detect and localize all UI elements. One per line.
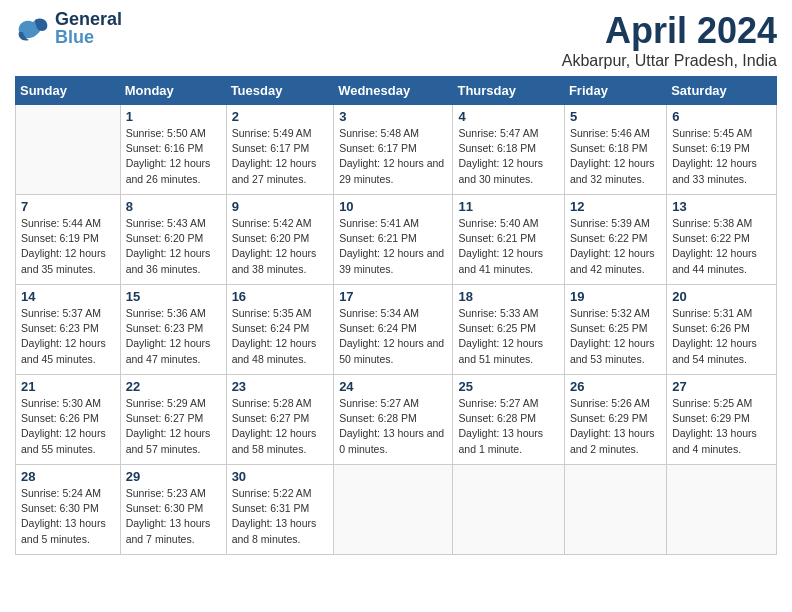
day-number: 12 bbox=[570, 199, 661, 214]
week-row-4: 28Sunrise: 5:24 AMSunset: 6:30 PMDayligh… bbox=[16, 465, 777, 555]
day-number: 26 bbox=[570, 379, 661, 394]
day-detail: Sunrise: 5:41 AMSunset: 6:21 PMDaylight:… bbox=[339, 216, 447, 277]
day-detail: Sunrise: 5:47 AMSunset: 6:18 PMDaylight:… bbox=[458, 126, 558, 187]
day-number: 17 bbox=[339, 289, 447, 304]
day-detail: Sunrise: 5:45 AMSunset: 6:19 PMDaylight:… bbox=[672, 126, 771, 187]
day-cell: 4Sunrise: 5:47 AMSunset: 6:18 PMDaylight… bbox=[453, 105, 564, 195]
day-detail: Sunrise: 5:46 AMSunset: 6:18 PMDaylight:… bbox=[570, 126, 661, 187]
day-number: 25 bbox=[458, 379, 558, 394]
day-number: 28 bbox=[21, 469, 115, 484]
day-cell: 21Sunrise: 5:30 AMSunset: 6:26 PMDayligh… bbox=[16, 375, 121, 465]
day-detail: Sunrise: 5:22 AMSunset: 6:31 PMDaylight:… bbox=[232, 486, 329, 547]
day-cell: 14Sunrise: 5:37 AMSunset: 6:23 PMDayligh… bbox=[16, 285, 121, 375]
day-detail: Sunrise: 5:27 AMSunset: 6:28 PMDaylight:… bbox=[339, 396, 447, 457]
day-number: 14 bbox=[21, 289, 115, 304]
day-number: 11 bbox=[458, 199, 558, 214]
day-number: 6 bbox=[672, 109, 771, 124]
day-cell: 8Sunrise: 5:43 AMSunset: 6:20 PMDaylight… bbox=[120, 195, 226, 285]
day-cell: 7Sunrise: 5:44 AMSunset: 6:19 PMDaylight… bbox=[16, 195, 121, 285]
day-cell: 28Sunrise: 5:24 AMSunset: 6:30 PMDayligh… bbox=[16, 465, 121, 555]
day-cell: 3Sunrise: 5:48 AMSunset: 6:17 PMDaylight… bbox=[334, 105, 453, 195]
day-cell: 22Sunrise: 5:29 AMSunset: 6:27 PMDayligh… bbox=[120, 375, 226, 465]
calendar-table: SundayMondayTuesdayWednesdayThursdayFrid… bbox=[15, 76, 777, 555]
day-detail: Sunrise: 5:44 AMSunset: 6:19 PMDaylight:… bbox=[21, 216, 115, 277]
day-number: 15 bbox=[126, 289, 221, 304]
day-cell: 13Sunrise: 5:38 AMSunset: 6:22 PMDayligh… bbox=[667, 195, 777, 285]
day-detail: Sunrise: 5:32 AMSunset: 6:25 PMDaylight:… bbox=[570, 306, 661, 367]
day-number: 1 bbox=[126, 109, 221, 124]
sub-title: Akbarpur, Uttar Pradesh, India bbox=[562, 52, 777, 70]
day-number: 21 bbox=[21, 379, 115, 394]
day-number: 24 bbox=[339, 379, 447, 394]
day-number: 3 bbox=[339, 109, 447, 124]
day-cell: 29Sunrise: 5:23 AMSunset: 6:30 PMDayligh… bbox=[120, 465, 226, 555]
day-detail: Sunrise: 5:31 AMSunset: 6:26 PMDaylight:… bbox=[672, 306, 771, 367]
day-number: 18 bbox=[458, 289, 558, 304]
day-cell: 20Sunrise: 5:31 AMSunset: 6:26 PMDayligh… bbox=[667, 285, 777, 375]
day-cell: 27Sunrise: 5:25 AMSunset: 6:29 PMDayligh… bbox=[667, 375, 777, 465]
logo: General Blue bbox=[15, 10, 122, 46]
weekday-header-row: SundayMondayTuesdayWednesdayThursdayFrid… bbox=[16, 77, 777, 105]
day-detail: Sunrise: 5:34 AMSunset: 6:24 PMDaylight:… bbox=[339, 306, 447, 367]
day-detail: Sunrise: 5:36 AMSunset: 6:23 PMDaylight:… bbox=[126, 306, 221, 367]
day-detail: Sunrise: 5:49 AMSunset: 6:17 PMDaylight:… bbox=[232, 126, 329, 187]
day-cell: 18Sunrise: 5:33 AMSunset: 6:25 PMDayligh… bbox=[453, 285, 564, 375]
day-detail: Sunrise: 5:26 AMSunset: 6:29 PMDaylight:… bbox=[570, 396, 661, 457]
day-cell bbox=[453, 465, 564, 555]
day-number: 2 bbox=[232, 109, 329, 124]
day-number: 16 bbox=[232, 289, 329, 304]
day-detail: Sunrise: 5:39 AMSunset: 6:22 PMDaylight:… bbox=[570, 216, 661, 277]
week-row-0: 1Sunrise: 5:50 AMSunset: 6:16 PMDaylight… bbox=[16, 105, 777, 195]
day-number: 27 bbox=[672, 379, 771, 394]
day-detail: Sunrise: 5:37 AMSunset: 6:23 PMDaylight:… bbox=[21, 306, 115, 367]
day-detail: Sunrise: 5:24 AMSunset: 6:30 PMDaylight:… bbox=[21, 486, 115, 547]
day-cell: 23Sunrise: 5:28 AMSunset: 6:27 PMDayligh… bbox=[226, 375, 334, 465]
day-cell: 11Sunrise: 5:40 AMSunset: 6:21 PMDayligh… bbox=[453, 195, 564, 285]
day-detail: Sunrise: 5:48 AMSunset: 6:17 PMDaylight:… bbox=[339, 126, 447, 187]
weekday-header-thursday: Thursday bbox=[453, 77, 564, 105]
title-block: April 2024 Akbarpur, Uttar Pradesh, Indi… bbox=[562, 10, 777, 70]
day-cell bbox=[667, 465, 777, 555]
day-detail: Sunrise: 5:25 AMSunset: 6:29 PMDaylight:… bbox=[672, 396, 771, 457]
day-cell: 24Sunrise: 5:27 AMSunset: 6:28 PMDayligh… bbox=[334, 375, 453, 465]
logo-general: General bbox=[55, 10, 122, 28]
day-cell: 15Sunrise: 5:36 AMSunset: 6:23 PMDayligh… bbox=[120, 285, 226, 375]
main-title: April 2024 bbox=[562, 10, 777, 52]
day-number: 20 bbox=[672, 289, 771, 304]
page-header: General Blue April 2024 Akbarpur, Uttar … bbox=[15, 10, 777, 70]
day-cell bbox=[16, 105, 121, 195]
day-number: 4 bbox=[458, 109, 558, 124]
day-detail: Sunrise: 5:28 AMSunset: 6:27 PMDaylight:… bbox=[232, 396, 329, 457]
day-cell: 17Sunrise: 5:34 AMSunset: 6:24 PMDayligh… bbox=[334, 285, 453, 375]
day-cell: 10Sunrise: 5:41 AMSunset: 6:21 PMDayligh… bbox=[334, 195, 453, 285]
day-cell: 25Sunrise: 5:27 AMSunset: 6:28 PMDayligh… bbox=[453, 375, 564, 465]
day-cell bbox=[334, 465, 453, 555]
week-row-3: 21Sunrise: 5:30 AMSunset: 6:26 PMDayligh… bbox=[16, 375, 777, 465]
day-number: 29 bbox=[126, 469, 221, 484]
day-detail: Sunrise: 5:38 AMSunset: 6:22 PMDaylight:… bbox=[672, 216, 771, 277]
day-number: 23 bbox=[232, 379, 329, 394]
day-number: 22 bbox=[126, 379, 221, 394]
day-cell: 19Sunrise: 5:32 AMSunset: 6:25 PMDayligh… bbox=[564, 285, 666, 375]
weekday-header-friday: Friday bbox=[564, 77, 666, 105]
day-number: 30 bbox=[232, 469, 329, 484]
day-detail: Sunrise: 5:42 AMSunset: 6:20 PMDaylight:… bbox=[232, 216, 329, 277]
day-number: 13 bbox=[672, 199, 771, 214]
day-number: 10 bbox=[339, 199, 447, 214]
weekday-header-saturday: Saturday bbox=[667, 77, 777, 105]
day-cell: 1Sunrise: 5:50 AMSunset: 6:16 PMDaylight… bbox=[120, 105, 226, 195]
day-number: 5 bbox=[570, 109, 661, 124]
day-cell: 9Sunrise: 5:42 AMSunset: 6:20 PMDaylight… bbox=[226, 195, 334, 285]
day-cell bbox=[564, 465, 666, 555]
day-detail: Sunrise: 5:43 AMSunset: 6:20 PMDaylight:… bbox=[126, 216, 221, 277]
day-cell: 26Sunrise: 5:26 AMSunset: 6:29 PMDayligh… bbox=[564, 375, 666, 465]
logo-blue: Blue bbox=[55, 28, 122, 46]
day-cell: 5Sunrise: 5:46 AMSunset: 6:18 PMDaylight… bbox=[564, 105, 666, 195]
day-detail: Sunrise: 5:35 AMSunset: 6:24 PMDaylight:… bbox=[232, 306, 329, 367]
day-detail: Sunrise: 5:40 AMSunset: 6:21 PMDaylight:… bbox=[458, 216, 558, 277]
day-cell: 12Sunrise: 5:39 AMSunset: 6:22 PMDayligh… bbox=[564, 195, 666, 285]
logo-text: General Blue bbox=[55, 10, 122, 46]
day-number: 7 bbox=[21, 199, 115, 214]
day-cell: 30Sunrise: 5:22 AMSunset: 6:31 PMDayligh… bbox=[226, 465, 334, 555]
weekday-header-tuesday: Tuesday bbox=[226, 77, 334, 105]
